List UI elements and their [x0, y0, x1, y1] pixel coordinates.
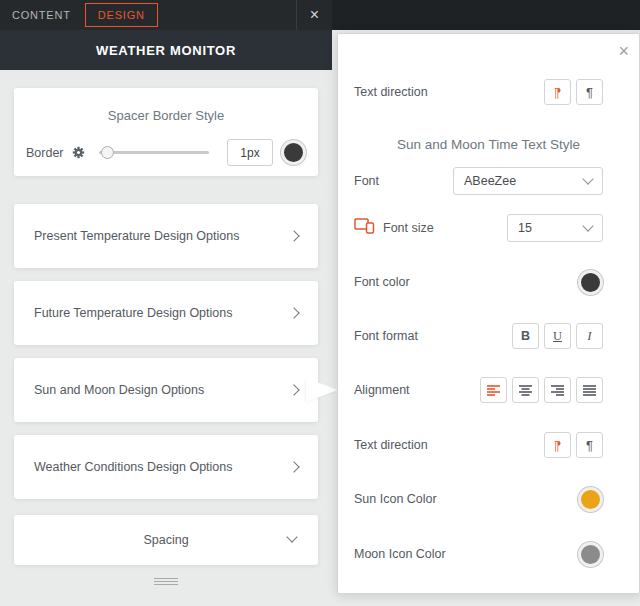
- option-card-label: Future Temperature Design Options: [34, 306, 232, 320]
- moon-icon-color-label: Moon Icon Color: [354, 547, 446, 561]
- underline-icon: U: [553, 329, 562, 344]
- slider-track[interactable]: [99, 151, 209, 154]
- border-label: Border: [26, 146, 64, 160]
- moon-icon-color-row: Moon Icon Color: [354, 540, 603, 568]
- chevron-right-icon: [288, 307, 299, 318]
- option-card-label: Weather Conditions Design Options: [34, 460, 233, 474]
- chevron-right-icon: [288, 384, 299, 395]
- text-direction-rtl-button[interactable]: ¶: [544, 79, 571, 105]
- font-color-swatch[interactable]: [578, 270, 603, 295]
- alignment-label: Alignment: [354, 383, 410, 397]
- text-direction-ltr-button[interactable]: ¶: [576, 79, 603, 105]
- border-row: Border: [26, 139, 306, 166]
- font-size-row: Font size 15: [354, 214, 603, 242]
- caret-down-icon: [582, 220, 593, 231]
- spacing-card[interactable]: Spacing: [14, 515, 318, 565]
- pilcrow-ltr-icon: ¶: [586, 439, 593, 452]
- font-size-select[interactable]: 15: [507, 214, 603, 242]
- moon-icon-color-swatch[interactable]: [578, 542, 603, 567]
- slider-thumb[interactable]: [101, 146, 114, 159]
- font-label: Font: [354, 174, 379, 188]
- option-card-present-temperature[interactable]: Present Temperature Design Options: [14, 204, 318, 268]
- border-width-input[interactable]: [227, 139, 273, 166]
- tab-content[interactable]: CONTENT: [0, 4, 83, 26]
- font-select-value: ABeeZee: [464, 174, 516, 188]
- chevron-right-icon: [288, 230, 299, 241]
- text-direction-label: Text direction: [354, 438, 428, 452]
- bold-icon: B: [521, 329, 530, 343]
- responsive-icon[interactable]: [354, 218, 375, 238]
- sun-icon-color-label: Sun Icon Color: [354, 492, 437, 506]
- spacing-label: Spacing: [143, 533, 188, 547]
- font-color-label: Font color: [354, 275, 410, 289]
- font-select[interactable]: ABeeZee: [453, 167, 603, 195]
- popup-close-button[interactable]: ×: [618, 42, 629, 60]
- italic-icon: I: [587, 328, 591, 344]
- align-left-icon: [487, 385, 500, 396]
- panel-close-button[interactable]: ×: [296, 0, 332, 30]
- text-direction-buttons: ¶ ¶: [544, 79, 603, 105]
- border-color-swatch[interactable]: [281, 140, 306, 165]
- font-color-row: Font color: [354, 268, 603, 296]
- option-card-weather-conditions[interactable]: Weather Conditions Design Options: [14, 435, 318, 499]
- close-icon: ×: [618, 41, 629, 61]
- option-card-future-temperature[interactable]: Future Temperature Design Options: [14, 281, 318, 345]
- font-size-label: Font size: [383, 221, 434, 235]
- text-direction-label: Text direction: [354, 85, 428, 99]
- caret-down-icon: [582, 173, 593, 184]
- editor-tab-bar: CONTENT DESIGN ×: [0, 0, 332, 30]
- align-center-icon: [519, 385, 532, 396]
- resize-handle[interactable]: [154, 578, 178, 585]
- text-direction-row: Text direction ¶ ¶: [354, 78, 603, 106]
- font-format-row: Font format B U I: [354, 322, 603, 350]
- chevron-right-icon: [288, 461, 299, 472]
- text-direction-row-2: Text direction ¶ ¶: [354, 431, 603, 459]
- text-direction-buttons: ¶ ¶: [544, 432, 603, 458]
- style-popup: × Text direction ¶ ¶ Sun and Moon Time T…: [337, 33, 640, 594]
- align-right-button[interactable]: [544, 377, 571, 403]
- widget-title-bar: WEATHER MONITOR: [0, 30, 332, 70]
- settings-panel: Spacer Border Style Border: [0, 70, 332, 585]
- spacer-border-style-card: Spacer Border Style Border: [14, 88, 318, 176]
- gear-icon[interactable]: [72, 146, 85, 159]
- tab-design[interactable]: DESIGN: [85, 3, 158, 27]
- alignment-row: Alignment: [354, 376, 603, 404]
- pilcrow-rtl-icon: ¶: [554, 439, 561, 452]
- font-size-label-group: Font size: [354, 218, 434, 238]
- font-row: Font ABeeZee: [354, 167, 603, 195]
- popup-arrow: [306, 378, 338, 402]
- pilcrow-ltr-icon: ¶: [586, 86, 593, 99]
- option-card-label: Sun and Moon Design Options: [34, 383, 204, 397]
- text-direction-ltr-button[interactable]: ¶: [576, 432, 603, 458]
- border-width-slider[interactable]: [99, 146, 209, 159]
- pilcrow-rtl-icon: ¶: [554, 86, 561, 99]
- card-title: Spacer Border Style: [26, 108, 306, 123]
- top-bar-right: [332, 0, 640, 30]
- align-right-icon: [551, 385, 564, 396]
- align-justify-button[interactable]: [576, 377, 603, 403]
- align-left-button[interactable]: [480, 377, 507, 403]
- italic-button[interactable]: I: [576, 323, 603, 349]
- font-format-buttons: B U I: [512, 323, 603, 349]
- widget-title: WEATHER MONITOR: [96, 43, 236, 58]
- font-size-select-value: 15: [518, 221, 532, 235]
- close-icon: ×: [310, 6, 319, 24]
- alignment-buttons: [480, 377, 603, 403]
- sun-icon-color-swatch[interactable]: [578, 487, 603, 512]
- text-direction-rtl-button[interactable]: ¶: [544, 432, 571, 458]
- align-justify-icon: [583, 385, 596, 396]
- align-center-button[interactable]: [512, 377, 539, 403]
- sun-icon-color-row: Sun Icon Color: [354, 485, 603, 513]
- bold-button[interactable]: B: [512, 323, 539, 349]
- section-title: Sun and Moon Time Text Style: [338, 137, 639, 152]
- underline-button[interactable]: U: [544, 323, 571, 349]
- font-format-label: Font format: [354, 329, 418, 343]
- chevron-down-icon: [286, 531, 297, 542]
- option-card-sun-and-moon[interactable]: Sun and Moon Design Options: [14, 358, 318, 422]
- app-window: CONTENT DESIGN × WEATHER MONITOR Spacer …: [0, 0, 640, 606]
- option-card-label: Present Temperature Design Options: [34, 229, 239, 243]
